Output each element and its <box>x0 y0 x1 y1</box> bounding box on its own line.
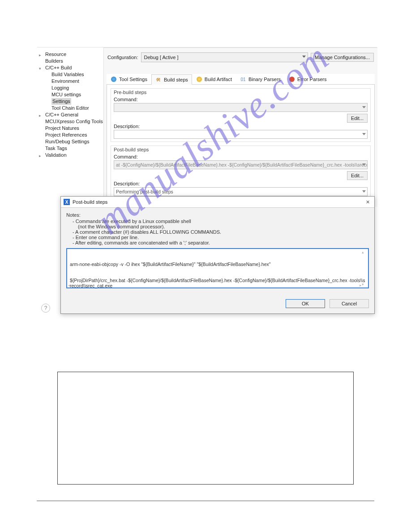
configuration-label: Configuration: <box>107 55 138 60</box>
postbuild-group: Post-build steps Command: at -${ConfigNa… <box>111 146 371 199</box>
tree-label: Builders <box>45 58 63 64</box>
note-line: - A comment character (#) disables ALL F… <box>66 229 369 235</box>
tree-ccgeneral[interactable]: ▸C/C++ General <box>39 112 102 118</box>
tree-label: MCU settings <box>51 92 81 97</box>
tree-logging[interactable]: Logging <box>45 85 102 91</box>
chevron-down-icon: ▾ <box>39 65 43 72</box>
vertical-scrollbar[interactable]: ▴▾ <box>362 250 367 287</box>
group-legend: Post-build steps <box>111 146 370 152</box>
tree-builders[interactable]: Builders <box>39 58 102 64</box>
settings-panel: Configuration: Debug [ Active ] Manage C… <box>103 47 377 207</box>
tree-label: Logging <box>51 85 69 90</box>
page-divider <box>37 501 374 501</box>
app-icon: X <box>64 199 70 205</box>
tree-label: Settings <box>51 98 71 105</box>
tab-label: Binary Parsers <box>248 77 281 82</box>
binary-icon: 01 <box>240 76 246 82</box>
tab-error-parsers[interactable]: Error Parsers <box>285 74 330 84</box>
tab-tool-settings[interactable]: Tool Settings <box>107 74 151 84</box>
error-icon <box>289 76 295 82</box>
prebuild-group: Pre-build steps Command: Edit... Descrip… <box>111 88 371 142</box>
tab-binary-parsers[interactable]: 01 Binary Parsers <box>236 74 285 84</box>
chevron-down-icon <box>302 56 306 58</box>
note-line: - Enter one command per line. <box>66 235 369 240</box>
postbuild-edit-button[interactable]: Edit... <box>347 171 368 180</box>
notes-heading: Notes: <box>66 212 369 218</box>
tab-label: Build Artifact <box>205 77 232 82</box>
tree-validation[interactable]: ▸Validation <box>39 152 102 159</box>
postbuild-dialog: X Post-build steps ✕ Notes: - Commands a… <box>60 196 375 314</box>
chevron-down-icon <box>362 133 366 135</box>
chevron-down-icon <box>362 190 366 193</box>
tree-toolchain[interactable]: Tool Chain Editor <box>45 105 102 112</box>
configuration-value: Debug [ Active ] <box>144 55 179 60</box>
nav-tree: ▸Resource Builders ▾C/C++ Build Build Va… <box>39 47 102 159</box>
prebuild-edit-button[interactable]: Edit... <box>347 114 368 123</box>
horizontal-scrollbar[interactable]: ◂▸ <box>68 283 362 287</box>
tree-label: Validation <box>45 152 67 158</box>
tree-label: Environment <box>51 78 79 84</box>
tab-build-steps[interactable]: 🛠 Build steps <box>151 74 192 85</box>
tree-label: C/C++ Build <box>45 65 72 70</box>
tree-label: Task Tags <box>45 146 67 151</box>
notes-block: Notes: - Commands are executed by a Linu… <box>66 212 369 245</box>
tree-natures[interactable]: Project Natures <box>39 125 102 132</box>
tab-body: Pre-build steps Command: Edit... Descrip… <box>107 85 375 207</box>
field-value: Performing post-build steps <box>116 189 173 194</box>
tree-label: C/C++ General <box>45 112 78 117</box>
description-label: Description: <box>114 123 368 130</box>
command-label: Command: <box>114 153 368 160</box>
wrench-icon: 🛠 <box>155 77 162 83</box>
empty-box <box>57 372 354 485</box>
chevron-right-icon: ▸ <box>39 153 43 159</box>
tree-label: Tool Chain Editor <box>51 105 89 111</box>
manage-configs-button[interactable]: Manage Configurations... <box>311 53 374 62</box>
tab-label: Tool Settings <box>119 77 147 82</box>
tree-rundebug[interactable]: Run/Debug Settings <box>39 138 102 145</box>
note-line: - After editing, commands are concatenat… <box>66 240 369 245</box>
tree-settings[interactable]: Settings <box>45 98 102 105</box>
help-icon[interactable]: ? <box>41 304 50 313</box>
tree-tasktags[interactable]: Task Tags <box>39 145 102 152</box>
commands-textarea[interactable]: arm-none-eabi-objcopy -v -O ihex "${Buil… <box>66 248 369 288</box>
tree-label: Project References <box>45 132 87 137</box>
chevron-down-icon <box>362 106 366 108</box>
prebuild-command-field[interactable] <box>114 103 368 112</box>
tab-label: Error Parsers <box>297 77 326 82</box>
tab-label: Build steps <box>164 77 188 82</box>
dialog-title: Post-build steps <box>73 199 361 205</box>
tree-ccbuild[interactable]: ▾C/C++ Build <box>39 64 102 71</box>
postbuild-command-field[interactable]: at -${ConfigName}/${BuildArtifactFileBas… <box>114 160 368 169</box>
tree-refs[interactable]: Project References <box>39 132 102 138</box>
artifact-icon <box>196 76 202 82</box>
group-legend: Pre-build steps <box>111 89 370 95</box>
tree-label: Project Natures <box>45 125 79 131</box>
tree-label: Run/Debug Settings <box>45 139 89 144</box>
note-line: (not the Windows command processor). <box>66 224 369 229</box>
prebuild-description-field[interactable] <box>114 130 368 139</box>
command-label: Command: <box>114 96 368 103</box>
tree-label: Resource <box>45 51 66 57</box>
postbuild-description-field[interactable]: Performing post-build steps <box>114 187 368 196</box>
tree-resource[interactable]: ▸Resource <box>39 51 102 58</box>
configuration-select[interactable]: Debug [ Active ] <box>141 52 308 62</box>
tab-build-artifact[interactable]: Build Artifact <box>192 74 236 84</box>
field-value: at -${ConfigName}/${BuildArtifactFileBas… <box>116 162 368 167</box>
tab-bar: Tool Settings 🛠 Build steps Build Artifa… <box>107 74 375 85</box>
dialog-titlebar: X Post-build steps ✕ <box>61 197 374 208</box>
note-line: - Commands are executed by a Linux compa… <box>66 219 369 224</box>
tree-mcux[interactable]: MCUXpresso Config Tools <box>39 118 102 125</box>
close-icon[interactable]: ✕ <box>364 199 372 205</box>
tree-mcu-settings[interactable]: MCU settings <box>45 91 102 98</box>
textarea-line: arm-none-eabi-objcopy -v -O ihex "${Buil… <box>70 262 365 267</box>
tree-environment[interactable]: Environment <box>45 78 102 85</box>
gear-icon <box>111 76 117 82</box>
tree-label: MCUXpresso Config Tools <box>45 119 103 124</box>
chevron-down-icon <box>362 163 366 166</box>
description-label: Description: <box>114 180 368 187</box>
tree-label: Build Variables <box>51 72 84 77</box>
tree-build-variables[interactable]: Build Variables <box>45 71 102 78</box>
